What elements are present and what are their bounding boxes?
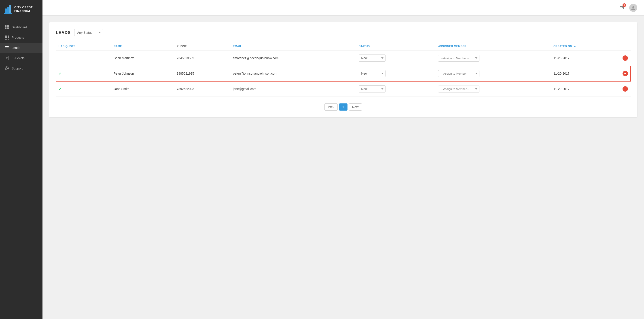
created-on-cell: 11-20-2017 — [551, 50, 620, 66]
sidebar-nav: Dashboard Products — [0, 19, 42, 319]
delete-button-row2[interactable] — [622, 71, 628, 76]
minus-icon — [624, 72, 626, 75]
svg-rect-13 — [8, 37, 9, 38]
created-on-cell: 11-20-2017 — [551, 66, 620, 81]
dashboard-icon — [4, 25, 9, 29]
assign-cell[interactable]: -- Assign to Member -- — [435, 81, 551, 97]
sidebar-item-dashboard[interactable]: Dashboard — [0, 22, 42, 32]
notification-badge: 3 — [622, 3, 626, 7]
next-button[interactable]: Next — [349, 103, 362, 111]
assign-select-row1[interactable]: -- Assign to Member -- — [438, 55, 480, 62]
table-row: ✓ Jane Smith 7392582023 jane@gmail.com N… — [56, 81, 630, 97]
avatar-icon — [631, 5, 636, 10]
name-cell: Jane Smith — [111, 81, 174, 97]
created-on-cell: 11-20-2017 — [551, 81, 620, 97]
minus-icon — [624, 88, 626, 90]
svg-rect-18 — [5, 47, 9, 48]
status-filter-select[interactable]: Any Status New In Progress Closed — [74, 29, 103, 36]
has-quote-cell: ✓ — [56, 81, 111, 97]
sidebar-item-etickets[interactable]: E-Tickets — [0, 53, 42, 63]
svg-rect-6 — [5, 27, 6, 29]
minus-icon — [624, 57, 626, 59]
support-icon — [4, 66, 9, 71]
has-quote-cell: ✓ — [56, 66, 111, 81]
sidebar: CITY CRESTFINANCIAL Dashboard — [0, 0, 42, 319]
leads-icon — [4, 45, 9, 50]
etickets-icon — [4, 56, 9, 60]
phone-cell: 7392582023 — [174, 81, 230, 97]
col-created-on[interactable]: CREATED ON — [551, 42, 620, 50]
delete-cell[interactable] — [620, 81, 630, 97]
svg-rect-35 — [624, 89, 626, 89]
svg-rect-20 — [5, 46, 6, 47]
email-cell: peter@johnsonandjohnson.com — [230, 66, 356, 81]
has-quote-cell — [56, 50, 111, 66]
check-icon: ✓ — [58, 87, 62, 91]
svg-rect-16 — [8, 39, 9, 39]
status-cell[interactable]: New In Progress Closed — [356, 66, 435, 81]
sidebar-item-support[interactable]: Support — [0, 63, 42, 73]
svg-rect-12 — [6, 37, 8, 38]
table-header: HAS QUOTE NAME PHONE EMAIL STATUS ASSIGN… — [56, 42, 630, 50]
delete-button-row1[interactable] — [622, 55, 628, 61]
products-icon — [4, 35, 9, 40]
svg-rect-19 — [5, 49, 9, 49]
svg-rect-15 — [6, 39, 8, 39]
status-cell[interactable]: New In Progress Closed — [356, 81, 435, 97]
delete-cell[interactable] — [620, 50, 630, 66]
table-row-highlighted: ✓ Peter Johnson 3985021935 peter@johnson… — [56, 66, 630, 81]
assign-cell[interactable]: -- Assign to Member -- — [435, 50, 551, 66]
email-cell: smartinez@needaquotenow.com — [230, 50, 356, 66]
svg-point-26 — [6, 68, 8, 69]
delete-cell[interactable] — [620, 66, 630, 81]
svg-rect-3 — [4, 13, 12, 14]
svg-rect-24 — [6, 58, 7, 59]
products-label: Products — [12, 36, 24, 39]
support-label: Support — [12, 66, 22, 70]
svg-rect-23 — [6, 58, 8, 58]
pagination: Prev 1 Next — [56, 103, 630, 111]
assign-select-row3[interactable]: -- Assign to Member -- — [438, 86, 480, 92]
etickets-label: E-Tickets — [12, 56, 24, 60]
assign-select-row2[interactable]: -- Assign to Member -- — [438, 70, 480, 77]
status-select-row2[interactable]: New In Progress Closed — [359, 70, 386, 77]
col-email[interactable]: EMAIL — [230, 42, 356, 50]
svg-rect-8 — [5, 35, 6, 37]
sidebar-item-products[interactable]: Products — [0, 32, 42, 43]
table-body: Sean Martinez 7345023589 smartinez@needa… — [56, 50, 630, 97]
logo-icon — [4, 4, 12, 14]
assign-cell[interactable]: -- Assign to Member -- — [435, 66, 551, 81]
name-cell: Peter Johnson — [111, 66, 174, 81]
svg-rect-1 — [7, 7, 9, 13]
user-avatar[interactable] — [629, 4, 637, 12]
table-row: Sean Martinez 7345023589 smartinez@needa… — [56, 50, 630, 66]
svg-rect-7 — [7, 27, 9, 29]
col-status[interactable]: STATUS — [356, 42, 435, 50]
svg-rect-11 — [5, 37, 6, 38]
notification-button[interactable]: 3 — [618, 4, 626, 12]
email-cell: jane@gmail.com — [230, 81, 356, 97]
col-has-quote[interactable]: HAS QUOTE — [56, 42, 111, 50]
svg-point-32 — [632, 6, 634, 8]
main-wrapper: 3 LEADS Any Status New In Progress Close… — [42, 0, 644, 319]
col-phone: PHONE — [174, 42, 230, 50]
col-name[interactable]: NAME — [111, 42, 174, 50]
status-cell[interactable]: New In Progress Closed — [356, 50, 435, 66]
header-actions: 3 — [618, 4, 637, 12]
sidebar-item-leads[interactable]: Leads — [0, 43, 42, 53]
phone-cell: 7345023589 — [174, 50, 230, 66]
status-select-row1[interactable]: New In Progress Closed — [359, 54, 386, 62]
status-select-row3[interactable]: New In Progress Closed — [359, 85, 386, 92]
svg-rect-10 — [8, 35, 9, 37]
svg-rect-5 — [7, 25, 9, 27]
leads-label: Leads — [12, 46, 20, 50]
col-assigned-member[interactable]: ASSIGNED MEMBER — [435, 42, 551, 50]
leads-header: LEADS Any Status New In Progress Closed — [56, 29, 630, 36]
content-card: LEADS Any Status New In Progress Closed … — [49, 22, 637, 117]
top-header: 3 — [42, 0, 644, 16]
brand-name: CITY CRESTFINANCIAL — [14, 5, 33, 13]
prev-button[interactable]: Prev — [324, 103, 338, 111]
page-1-button[interactable]: 1 — [339, 103, 348, 111]
svg-rect-14 — [5, 39, 6, 39]
delete-button-row3[interactable] — [622, 86, 628, 92]
